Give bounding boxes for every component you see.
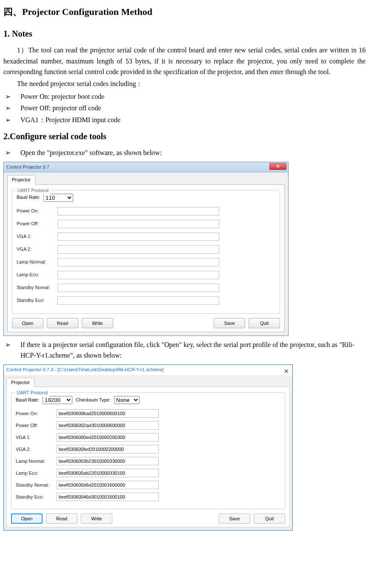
uart-fieldset: UART Protocol Baud Rate: 19200 Checksum … (11, 392, 285, 509)
app-window-2: Control Projector 0.7.3 - [C:\Users\Time… (3, 364, 293, 531)
power-on-input[interactable] (57, 409, 159, 418)
read-button[interactable]: Read (47, 318, 78, 328)
button-bar: Open Read Write Save Quit (11, 513, 285, 524)
baud-label: Baud Rate: (16, 396, 39, 404)
lamp-eco-input[interactable] (57, 469, 159, 477)
vga1-input[interactable] (57, 433, 159, 442)
baud-label: Baud Rate: (17, 194, 40, 201)
lamp-normal-label: Lamp Normal: (16, 458, 57, 465)
lamp-eco-input[interactable] (57, 271, 219, 279)
window-body: Projector UART Protocol Baud Rate: 110 P… (4, 172, 288, 336)
power-off-label: Power Off: (17, 220, 57, 228)
bullet-item: If there is a projector serial configura… (3, 339, 366, 361)
read-button[interactable]: Read (46, 513, 77, 524)
close-icon: ✕ (276, 163, 280, 170)
vga1-input[interactable] (57, 232, 219, 241)
checksum-label: Checksum Type: (76, 396, 111, 404)
quit-button[interactable]: Quit (254, 513, 285, 524)
bullet-list-step2: If there is a projector serial configura… (3, 339, 366, 361)
window-body: Projector UART Protocol Baud Rate: 19200… (4, 376, 292, 531)
bullet-item: Power On: projector boot code (3, 91, 366, 102)
paragraph-intro: 1）The tool can read the projector serial… (3, 45, 366, 77)
paragraph-list-intro: The needed projector serial codes includ… (3, 78, 366, 89)
power-on-input[interactable] (57, 207, 219, 215)
baud-select[interactable]: 110 (43, 194, 73, 202)
close-button[interactable]: ✕ (269, 163, 286, 170)
lamp-eco-label: Lamp Eco: (17, 271, 57, 279)
checksum-select[interactable]: None (114, 396, 140, 404)
bullet-list-step1: Open the "projector.exe" software, as sh… (3, 147, 366, 158)
bullet-item: Open the "projector.exe" software, as sh… (3, 147, 366, 158)
vga2-input[interactable] (57, 245, 219, 254)
document-heading: 四、Projector Configuration Method (3, 4, 366, 19)
vga2-label: VGA 2: (17, 246, 57, 253)
power-off-label: Power Off: (16, 422, 57, 430)
lamp-normal-input[interactable] (57, 457, 159, 465)
write-button[interactable]: Write (82, 318, 113, 328)
standby-eco-input[interactable] (57, 296, 219, 305)
standby-normal-label: Standby Nomal: (17, 284, 57, 292)
quit-button[interactable]: Quit (249, 318, 280, 328)
fieldset-legend: UART Protocol (16, 187, 50, 195)
tab-projector[interactable]: Projector (7, 175, 35, 185)
power-off-input[interactable] (57, 421, 159, 430)
fieldset-legend: UART Protocol (15, 389, 49, 397)
section-heading-notes: 1. Notes (3, 27, 366, 40)
power-off-input[interactable] (57, 220, 219, 228)
standby-eco-label: Standby Eco: (16, 493, 57, 501)
lamp-normal-input[interactable] (57, 258, 219, 267)
save-button[interactable]: Save (214, 318, 245, 328)
section-heading-tools: 2.Configure serial code tools (3, 129, 366, 143)
power-on-label: Power On: (17, 207, 57, 215)
bullet-list-codes: Power On: projector boot code Power Off:… (3, 91, 366, 126)
tab-content: UART Protocol Baud Rate: 19200 Checksum … (6, 387, 290, 528)
save-button[interactable]: Save (219, 513, 250, 524)
standby-normal-input[interactable] (57, 481, 159, 489)
vga2-input[interactable] (57, 445, 159, 453)
bullet-item: Power Off: projector off code (3, 103, 366, 114)
power-on-label: Power On: (16, 410, 57, 418)
app-window-1: Control Projector 0.7 ✕ Projector UART P… (3, 162, 289, 336)
lamp-normal-label: Lamp Normal: (17, 258, 57, 266)
close-icon: ✕ (284, 368, 289, 375)
window-title: Control Projector 0.7 (6, 163, 49, 171)
vga1-label: VGA 1: (17, 233, 57, 241)
bullet-item: VGA1：Projector HDMI input code (3, 115, 366, 126)
vga2-label: VGA 2: (16, 446, 57, 453)
tab-projector[interactable]: Projector (6, 378, 34, 387)
open-button[interactable]: Open (11, 513, 43, 524)
write-button[interactable]: Write (81, 513, 112, 524)
vga1-label: VGA 1: (16, 434, 57, 442)
lamp-eco-label: Lamp Eco: (16, 470, 57, 477)
titlebar[interactable]: Control Projector 0.7.3 - [C:\Users\Time… (4, 365, 292, 376)
close-button[interactable]: ✕ (284, 367, 289, 376)
open-button[interactable]: Open (12, 318, 43, 328)
baud-select[interactable]: 19200 (43, 396, 72, 404)
standby-eco-input[interactable] (57, 493, 159, 501)
standby-normal-label: Standby Nomal: (16, 482, 57, 489)
tab-content: UART Protocol Baud Rate: 110 Power On: P… (7, 184, 285, 332)
window-title: Control Projector 0.7.3 - [C:\Users\Time… (6, 366, 164, 374)
standby-normal-input[interactable] (57, 284, 219, 292)
uart-fieldset: UART Protocol Baud Rate: 110 Power On: P… (12, 190, 280, 314)
button-bar: Open Read Write Save Quit (12, 318, 280, 328)
standby-eco-label: Standby Eco: (17, 297, 57, 304)
titlebar[interactable]: Control Projector 0.7 ✕ (4, 162, 288, 172)
